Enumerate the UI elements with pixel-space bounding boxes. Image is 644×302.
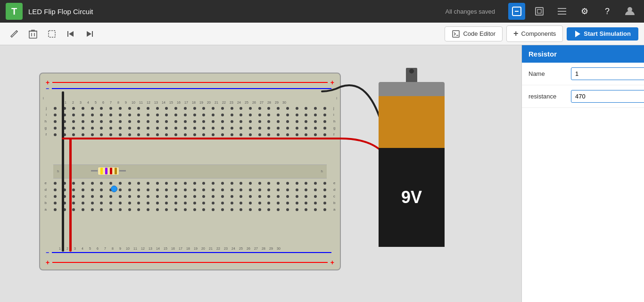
undo-tool-button[interactable] <box>62 25 79 42</box>
black-wire-vertical <box>62 91 64 252</box>
name-row: Name <box>522 63 644 85</box>
settings-nav-icon[interactable]: ⚙ <box>576 3 593 20</box>
resistance-label: resistance <box>528 93 566 100</box>
start-simulation-label: Start Simulation <box>584 30 631 37</box>
svg-rect-9 <box>29 31 37 38</box>
component-list-nav-icon[interactable] <box>553 3 570 20</box>
name-input[interactable] <box>571 67 644 80</box>
components-plus-icon: + <box>513 29 519 39</box>
pcb-view-icon[interactable] <box>531 3 548 20</box>
name-label: Name <box>528 70 566 77</box>
rail-bottom-plus-right: + <box>330 259 334 266</box>
resistance-row: resistance Ω ▼ <box>522 85 644 108</box>
profile-nav-icon[interactable] <box>621 3 638 20</box>
redo-tool-button[interactable] <box>81 25 98 42</box>
component-panel: Resistor Name resistance Ω ▼ <box>521 45 644 302</box>
toolbar-right: Code Editor + Components Start Simulatio… <box>445 25 638 42</box>
canvas-area[interactable]: + /* dots rendered inline */ + − <box>0 45 521 302</box>
code-editor-label: Code Editor <box>463 30 495 37</box>
battery: 9V <box>379 68 445 247</box>
svg-rect-2 <box>536 8 543 15</box>
svg-rect-3 <box>537 9 541 13</box>
svg-line-8 <box>17 31 17 32</box>
separator-label-top: l <box>43 96 44 100</box>
main-area: + /* dots rendered inline */ + − <box>0 45 644 302</box>
red-wire-horizontal-top <box>62 138 324 139</box>
save-status: All changes saved <box>445 8 495 15</box>
components-button[interactable]: + Components <box>506 25 563 42</box>
top-navbar: T LED Flip Flop Circuit All changes save… <box>0 0 644 23</box>
draw-tool-button[interactable] <box>6 25 23 42</box>
select-tool-button[interactable] <box>43 25 60 42</box>
rail-top-minus: − <box>46 85 49 92</box>
led <box>111 186 117 192</box>
help-nav-icon[interactable]: ? <box>599 3 616 20</box>
rail-bottom-minus: − <box>46 249 49 256</box>
schematic-view-icon[interactable] <box>508 3 525 20</box>
battery-voltage-label: 9V <box>401 188 422 207</box>
start-simulation-button[interactable]: Start Simulation <box>567 27 638 41</box>
red-wire-vertical <box>69 139 72 252</box>
panel-header: Resistor <box>522 45 644 63</box>
breadboard: + /* dots rendered inline */ + − <box>39 73 341 270</box>
app-logo: T <box>6 3 23 20</box>
svg-rect-13 <box>49 31 55 37</box>
toolbar: Code Editor + Components Start Simulatio… <box>0 23 644 45</box>
rail-bottom-plus-left: + <box>46 259 50 266</box>
svg-marker-20 <box>575 31 580 37</box>
svg-marker-17 <box>87 31 91 37</box>
code-editor-button[interactable]: Code Editor <box>445 26 503 41</box>
project-title: LED Flip Flop Circuit <box>28 8 439 16</box>
components-label: Components <box>521 30 556 37</box>
svg-marker-15 <box>69 31 74 37</box>
resistor <box>91 167 126 175</box>
delete-tool-button[interactable] <box>25 25 41 42</box>
resistance-input[interactable] <box>571 90 644 103</box>
